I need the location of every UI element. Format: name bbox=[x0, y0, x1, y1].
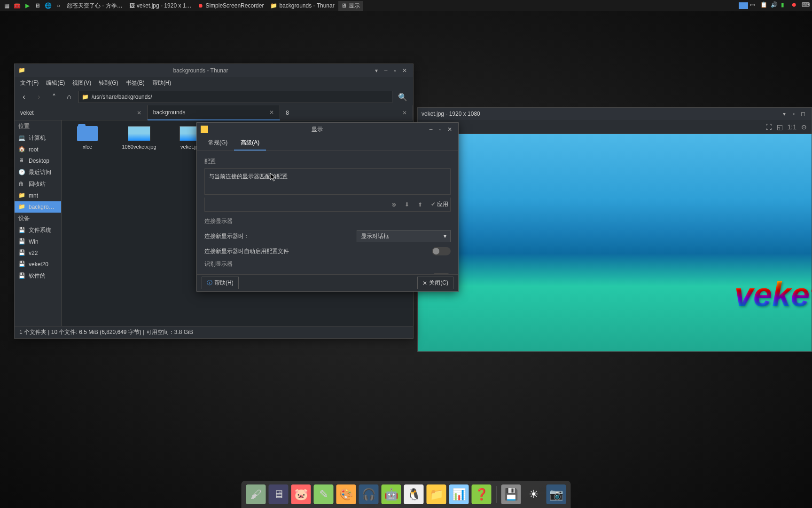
panel-icon[interactable]: 🌐 bbox=[43, 1, 53, 10]
fit-icon[interactable]: ◱ bbox=[777, 123, 783, 131]
dock-item[interactable]: ❓ bbox=[472, 484, 492, 504]
minimize-button[interactable]: ▾ bbox=[372, 66, 381, 75]
tab-bar: veket✕ backgrounds✕ 8✕ bbox=[15, 105, 413, 120]
maximize-button[interactable]: ◻ bbox=[798, 109, 808, 119]
maximize-button[interactable]: ▫ bbox=[436, 125, 445, 134]
dock-item[interactable]: ✎ bbox=[314, 484, 334, 504]
tab-advanced[interactable]: 高级(A) bbox=[234, 136, 266, 151]
taskbar-item[interactable]: 🖼veket.jpg - 1920 x 1… bbox=[126, 1, 195, 10]
tab-label: veket bbox=[20, 110, 34, 116]
maximize-button[interactable]: ▫ bbox=[789, 109, 798, 119]
sidebar-item-v22[interactable]: 💾v22 bbox=[15, 247, 61, 259]
dock-item[interactable]: 🐷 bbox=[291, 484, 311, 504]
menu-bookmarks[interactable]: 书签(B) bbox=[122, 78, 148, 88]
sidebar-item-desktop[interactable]: 🖥Desktop bbox=[15, 155, 61, 167]
tray-icon[interactable]: ▭ bbox=[750, 1, 758, 10]
tab-close-icon[interactable]: ✕ bbox=[137, 110, 141, 116]
sidebar-item-computer[interactable]: 💻计算机 bbox=[15, 132, 61, 144]
sidebar-label: 计算机 bbox=[29, 134, 46, 142]
taskbar-item[interactable]: 怨苍天变了心 - 方季… bbox=[64, 1, 125, 11]
menu-edit[interactable]: 编辑(E) bbox=[42, 78, 69, 88]
dock-item[interactable]: 🖌 bbox=[246, 484, 266, 504]
action-combobox[interactable]: 显示对话框 ▾ bbox=[357, 230, 451, 242]
tab[interactable]: 8✕ bbox=[280, 105, 413, 120]
dock-item[interactable]: 🎨 bbox=[336, 484, 356, 504]
sidebar-item-mnt[interactable]: 📁mnt bbox=[15, 190, 61, 201]
sidebar-item-backgrounds[interactable]: 📁backgro… bbox=[15, 201, 61, 213]
titlebar[interactable]: 📁 backgrounds - Thunar ▾ – ▫ ✕ bbox=[15, 64, 413, 77]
minimize-button[interactable]: – bbox=[426, 125, 436, 134]
tray-keyboard-icon[interactable]: ⌨ bbox=[802, 1, 810, 10]
dialog-title: 显示 bbox=[208, 126, 426, 134]
taskbar-item[interactable]: 📁backgrounds - Thunar bbox=[267, 1, 337, 10]
export-icon[interactable]: ⬆ bbox=[416, 201, 424, 208]
close-button[interactable]: ✕ bbox=[400, 66, 409, 75]
close-button[interactable]: ✕关闭(C) bbox=[417, 277, 453, 289]
menu-go[interactable]: 转到(G) bbox=[95, 78, 122, 88]
sidebar-item-root[interactable]: 🏠root bbox=[15, 144, 61, 155]
up-button[interactable]: ˄ bbox=[48, 91, 60, 103]
search-button[interactable]: 🔍 bbox=[396, 90, 409, 103]
tab-close-icon[interactable]: ✕ bbox=[402, 110, 407, 116]
tab[interactable]: veket✕ bbox=[15, 105, 148, 120]
one-to-one-icon[interactable]: 1:1 bbox=[788, 123, 796, 131]
pathbar[interactable]: 📁 /usr/share/backgrounds/ bbox=[78, 91, 392, 103]
sidebar-item-trash[interactable]: 🗑回收站 bbox=[15, 178, 61, 190]
dock-item[interactable]: 🐧 bbox=[404, 484, 424, 504]
tab[interactable]: backgrounds✕ bbox=[148, 105, 281, 120]
dock-item[interactable]: 🤖 bbox=[382, 484, 401, 504]
config-listbox[interactable]: 与当前连接的显示器匹配的配置 bbox=[204, 168, 451, 195]
menu-view[interactable]: 视图(V) bbox=[69, 78, 95, 88]
location-icon[interactable]: ⊙ bbox=[801, 123, 807, 131]
tray-volume-icon[interactable]: 🔊 bbox=[771, 1, 779, 10]
tab-close-icon[interactable]: ✕ bbox=[269, 109, 274, 116]
dock-brightness[interactable]: ☀ bbox=[524, 484, 544, 504]
fullscreen-icon[interactable]: ⛶ bbox=[765, 123, 772, 131]
sidebar-item-veket20[interactable]: 💾veket20 bbox=[15, 259, 61, 270]
panel-icon[interactable]: ▶ bbox=[23, 1, 32, 10]
help-button[interactable]: ⓘ帮助(H) bbox=[202, 277, 239, 289]
file-label: xfce bbox=[83, 144, 92, 150]
sidebar-item-filesystem[interactable]: 💾文件系统 bbox=[15, 224, 61, 236]
apply-button[interactable]: ✔ 应用 bbox=[429, 200, 450, 208]
start-menu-icon[interactable]: ▦ bbox=[2, 1, 11, 10]
menu-file[interactable]: 文件(F) bbox=[16, 78, 42, 88]
dock-item[interactable]: 🎧 bbox=[359, 484, 379, 504]
file-item-image[interactable]: 1080veketv.jpg bbox=[118, 125, 160, 150]
sidebar-item-recent[interactable]: 🕐最近访问 bbox=[15, 167, 61, 178]
auto-enable-toggle[interactable] bbox=[432, 247, 451, 255]
back-button[interactable]: ‹ bbox=[18, 91, 30, 103]
tray-icon[interactable] bbox=[739, 2, 748, 9]
delete-icon[interactable]: ⊗ bbox=[390, 201, 398, 208]
taskbar-item[interactable]: ⏺SimpleScreenRecorder bbox=[195, 1, 266, 10]
dock-item[interactable]: 📁 bbox=[427, 484, 446, 504]
forward-button[interactable]: › bbox=[33, 91, 45, 103]
save-icon[interactable]: ⬇ bbox=[403, 201, 411, 208]
tray-record-icon[interactable]: ⏺ bbox=[791, 1, 800, 10]
maximize-button[interactable]: ▫ bbox=[390, 66, 400, 75]
dock-item[interactable]: 🖥 bbox=[269, 484, 289, 504]
file-item-folder[interactable]: xfce bbox=[66, 125, 109, 150]
image-viewer-titlebar[interactable]: veket.jpg - 1920 x 1080 ▾ ▫ ◻ bbox=[418, 108, 812, 120]
status-text: 1 个文件夹 | 10 个文件: 6.5 MiB (6,820,649 字节) … bbox=[19, 328, 193, 336]
tray-clipboard-icon[interactable]: 📋 bbox=[760, 1, 769, 10]
home-button[interactable]: ⌂ bbox=[63, 91, 75, 103]
dock-item[interactable]: 📊 bbox=[449, 484, 469, 504]
panel-icon[interactable]: 🧰 bbox=[12, 1, 22, 10]
tab-general[interactable]: 常规(G) bbox=[202, 136, 234, 151]
sidebar-label: 回收站 bbox=[29, 180, 46, 188]
panel-icon[interactable]: ○ bbox=[54, 1, 63, 10]
minimize-button[interactable]: ▾ bbox=[780, 109, 789, 119]
dock-item[interactable]: 📷 bbox=[547, 484, 566, 504]
sidebar-item-win[interactable]: 💾Win bbox=[15, 236, 61, 247]
sidebar-label: Win bbox=[29, 238, 39, 245]
menu-help[interactable]: 帮助(H) bbox=[148, 78, 175, 88]
sidebar-item-software[interactable]: 💾软件的 bbox=[15, 270, 61, 282]
taskbar-item[interactable]: 🖥显示 bbox=[338, 1, 363, 11]
minimize-button[interactable]: – bbox=[381, 66, 390, 75]
dialog-titlebar[interactable]: 显示 – ▫ ✕ bbox=[197, 123, 458, 136]
close-button[interactable]: ✕ bbox=[445, 125, 454, 134]
panel-icon[interactable]: 🖥 bbox=[33, 1, 42, 10]
dock-item[interactable]: 💾 bbox=[501, 484, 521, 504]
tray-battery-icon[interactable]: ▮ bbox=[781, 1, 789, 10]
